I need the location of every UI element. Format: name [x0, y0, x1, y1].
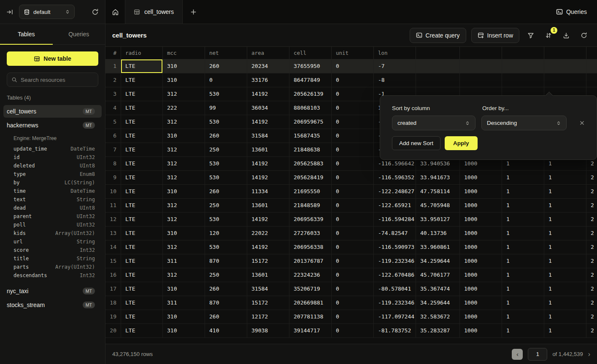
- sidebar-table-cell_towers[interactable]: cell_towersMT: [3, 105, 102, 118]
- cell[interactable]: 311: [163, 254, 205, 268]
- cell[interactable]: 13601: [247, 199, 289, 213]
- cell[interactable]: 31584: [247, 129, 289, 143]
- cell[interactable]: LTE: [121, 296, 163, 310]
- cell[interactable]: 0: [332, 226, 374, 240]
- cell[interactable]: 312: [163, 199, 205, 213]
- cell[interactable]: 530: [205, 87, 247, 101]
- cell[interactable]: -74.82547: [374, 226, 416, 240]
- cell[interactable]: 14192: [247, 87, 289, 101]
- cell[interactable]: 20234: [247, 59, 289, 73]
- cell[interactable]: 2: [586, 213, 597, 226]
- cell[interactable]: [416, 73, 460, 87]
- row-number[interactable]: 14: [105, 240, 121, 254]
- cell[interactable]: 34.259644: [416, 296, 460, 310]
- cell[interactable]: 13601: [247, 268, 289, 282]
- column-header[interactable]: [460, 47, 502, 59]
- row-number[interactable]: 13: [105, 226, 121, 240]
- cell[interactable]: 1000: [460, 282, 502, 296]
- sidebar-tab-queries[interactable]: Queries: [53, 24, 105, 44]
- cell[interactable]: [460, 73, 502, 87]
- row-number[interactable]: 17: [105, 282, 121, 296]
- cell[interactable]: 530: [205, 171, 247, 185]
- row-number[interactable]: 8: [105, 157, 121, 171]
- cell[interactable]: LTE: [121, 115, 163, 129]
- sort-order-select[interactable]: Descending: [481, 116, 567, 130]
- search-input[interactable]: [21, 77, 94, 83]
- cell[interactable]: 1: [502, 199, 544, 213]
- cell[interactable]: 21848589: [289, 199, 332, 213]
- remove-sort-icon[interactable]: [579, 120, 585, 126]
- cell[interactable]: 35206719: [289, 282, 332, 296]
- cell[interactable]: 205625883: [289, 157, 332, 171]
- table-row[interactable]: 14LTE312530141922069563380-116.59097333.…: [105, 240, 597, 254]
- cell[interactable]: 250: [205, 199, 247, 213]
- cell[interactable]: 201376787: [289, 254, 332, 268]
- cell[interactable]: 1: [544, 254, 586, 268]
- cell[interactable]: 530: [205, 115, 247, 129]
- cell[interactable]: 1000: [460, 199, 502, 213]
- new-table-button[interactable]: New table: [7, 51, 98, 66]
- cell[interactable]: 33176: [247, 73, 289, 87]
- cell[interactable]: LTE: [121, 240, 163, 254]
- refresh-icon[interactable]: [578, 29, 590, 42]
- cell[interactable]: 1: [544, 240, 586, 254]
- cell[interactable]: 0: [205, 73, 247, 87]
- add-new-sort-button[interactable]: Add new Sort: [392, 136, 440, 150]
- cell[interactable]: 0: [332, 129, 374, 143]
- row-number[interactable]: 16: [105, 268, 121, 282]
- cell[interactable]: 1: [544, 268, 586, 282]
- cell[interactable]: 15687435: [289, 129, 332, 143]
- cell[interactable]: 35.283287: [416, 324, 460, 338]
- cell[interactable]: 11334: [247, 185, 289, 199]
- sidebar-table-nyc_taxi[interactable]: nyc_taxiMT: [3, 285, 102, 297]
- sidebar-tab-tables[interactable]: Tables: [0, 24, 53, 44]
- cell[interactable]: 222: [163, 101, 205, 115]
- cell[interactable]: 260: [205, 129, 247, 143]
- insert-row-button[interactable]: Insert row: [471, 28, 519, 43]
- cell[interactable]: 1000: [460, 171, 502, 185]
- cell[interactable]: 1: [544, 310, 586, 324]
- cell[interactable]: 1: [544, 171, 586, 185]
- row-number[interactable]: 15: [105, 254, 121, 268]
- cell[interactable]: 47.758114: [416, 185, 460, 199]
- cell[interactable]: 1000: [460, 254, 502, 268]
- database-selector[interactable]: default: [19, 5, 75, 19]
- column-header[interactable]: cell: [289, 47, 332, 59]
- cell[interactable]: 0: [332, 213, 374, 226]
- cell[interactable]: 310: [163, 59, 205, 73]
- cell[interactable]: 0: [332, 101, 374, 115]
- cell[interactable]: 1: [544, 185, 586, 199]
- cell[interactable]: -122.670486: [374, 268, 416, 282]
- row-number[interactable]: 5: [105, 115, 121, 129]
- row-number[interactable]: 2: [105, 73, 121, 87]
- cell[interactable]: LTE: [121, 59, 163, 73]
- cell[interactable]: 13601: [247, 143, 289, 157]
- table-row[interactable]: 13LTE31012022022272760330-74.8254740.137…: [105, 226, 597, 240]
- cell[interactable]: 0: [332, 171, 374, 185]
- cell[interactable]: 310: [163, 310, 205, 324]
- cell[interactable]: 312: [163, 115, 205, 129]
- cell[interactable]: 36034: [247, 101, 289, 115]
- cell[interactable]: LTE: [121, 199, 163, 213]
- cell[interactable]: 530: [205, 157, 247, 171]
- cell[interactable]: 27276033: [289, 226, 332, 240]
- cell[interactable]: 2: [586, 296, 597, 310]
- cell[interactable]: 15172: [247, 296, 289, 310]
- row-number[interactable]: 1: [105, 59, 121, 73]
- cell[interactable]: 312: [163, 87, 205, 101]
- cell[interactable]: 2: [586, 185, 597, 199]
- collapse-sidebar-icon[interactable]: [5, 7, 15, 17]
- cell[interactable]: 1000: [460, 310, 502, 324]
- cell[interactable]: [502, 59, 544, 73]
- table-row[interactable]: 10LTE31026011334216955500-122.24862747.7…: [105, 185, 597, 199]
- column-header[interactable]: lon: [374, 47, 416, 59]
- sort-icon[interactable]: 1: [542, 29, 555, 42]
- tab-cell-towers[interactable]: cell_towers: [125, 0, 183, 24]
- cell[interactable]: 207781138: [289, 310, 332, 324]
- refresh-icon[interactable]: [90, 7, 100, 17]
- cell[interactable]: 250: [205, 268, 247, 282]
- cell[interactable]: 312: [163, 143, 205, 157]
- cell[interactable]: LTE: [121, 143, 163, 157]
- home-icon[interactable]: [105, 0, 125, 24]
- cell[interactable]: 0: [332, 185, 374, 199]
